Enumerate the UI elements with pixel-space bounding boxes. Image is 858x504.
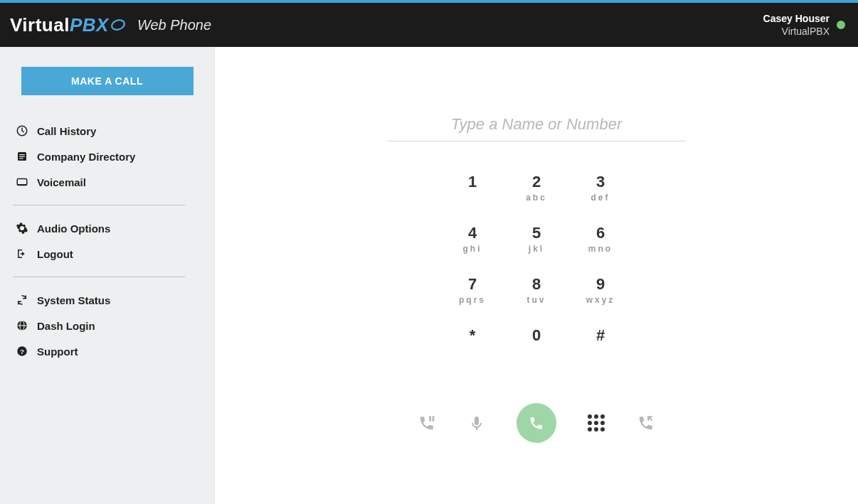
user-name: Casey Houser	[763, 12, 830, 25]
sidebar-item-voicemail[interactable]: Voicemail	[13, 169, 201, 195]
svg-point-0	[110, 18, 126, 31]
clock-icon	[16, 124, 28, 137]
svg-rect-7	[17, 184, 27, 186]
svg-rect-14	[433, 416, 435, 422]
voicemail-icon	[16, 176, 28, 188]
key-5[interactable]: 5jkl	[504, 221, 568, 272]
key-hash[interactable]: #	[568, 323, 632, 375]
app-subtitle: Web Phone	[137, 17, 211, 33]
key-letters: def	[591, 193, 610, 203]
logout-icon	[16, 247, 28, 260]
dialpad-toggle-button[interactable]	[586, 413, 606, 433]
list-icon	[16, 150, 28, 163]
key-digit: 4	[468, 224, 477, 242]
logo-swoosh-icon	[110, 17, 126, 33]
key-6[interactable]: 6mno	[568, 221, 632, 272]
key-2[interactable]: 2abc	[504, 170, 568, 221]
sidebar-item-call-history[interactable]: Call History	[13, 118, 201, 144]
sidebar-divider	[13, 205, 185, 205]
svg-rect-5	[19, 158, 23, 159]
presence-indicator-icon[interactable]	[837, 21, 845, 29]
key-digit: 2	[532, 173, 541, 191]
logo-part1: Virtual	[10, 14, 70, 36]
user-company: VirtualPBX	[763, 25, 830, 38]
logo-part2: PBX	[70, 14, 109, 36]
dialpad-icon	[588, 414, 605, 431]
sidebar-item-label: Support	[37, 345, 78, 358]
sidebar-item-label: System Status	[37, 294, 110, 306]
key-digit: #	[596, 326, 605, 345]
sidebar-divider	[13, 277, 185, 277]
refresh-icon	[16, 294, 28, 306]
nav-group-3: System Status Dash Login ? Support	[13, 287, 201, 364]
logo: VirtualPBX	[10, 14, 126, 36]
dial-input[interactable]	[387, 111, 686, 141]
dialer: 1 2abc 3def 4ghi 5jkl 6mno 7pqrs 8tuv 9w…	[387, 111, 686, 443]
key-letters: wxyz	[586, 295, 615, 305]
sidebar-item-dash-login[interactable]: Dash Login	[13, 313, 201, 338]
key-8[interactable]: 8tuv	[504, 272, 568, 323]
hold-button[interactable]	[417, 413, 437, 433]
key-digit: *	[470, 326, 476, 345]
keypad: 1 2abc 3def 4ghi 5jkl 6mno 7pqrs 8tuv 9w…	[440, 170, 632, 375]
nav-group-1: Call History Company Directory Voicemail	[13, 118, 201, 195]
gear-icon	[16, 222, 28, 235]
globe-icon	[16, 319, 28, 332]
svg-rect-3	[19, 154, 25, 155]
key-4[interactable]: 4ghi	[440, 221, 504, 272]
sidebar: MAKE A CALL Call History Company Directo…	[0, 47, 215, 504]
svg-text:?: ?	[20, 348, 24, 355]
app-body: MAKE A CALL Call History Company Directo…	[0, 47, 858, 504]
call-controls	[417, 403, 656, 443]
sidebar-item-company-directory[interactable]: Company Directory	[13, 144, 201, 169]
nav-group-2: Audio Options Logout	[13, 215, 201, 267]
key-digit: 3	[596, 173, 605, 191]
key-digit: 1	[468, 173, 477, 191]
sidebar-item-logout[interactable]: Logout	[13, 241, 201, 267]
key-1[interactable]: 1	[440, 170, 504, 221]
phone-icon	[528, 414, 545, 431]
key-letters: pqrs	[459, 295, 486, 305]
main-content: 1 2abc 3def 4ghi 5jkl 6mno 7pqrs 8tuv 9w…	[215, 47, 858, 504]
mic-icon	[468, 414, 485, 431]
key-3[interactable]: 3def	[568, 170, 632, 221]
key-digit: 7	[468, 275, 477, 294]
user-block[interactable]: Casey Houser VirtualPBX	[763, 12, 830, 38]
key-0[interactable]: 0	[504, 323, 568, 375]
make-a-call-button[interactable]: MAKE A CALL	[21, 67, 194, 95]
sidebar-item-label: Audio Options	[37, 222, 110, 235]
key-letters: abc	[526, 193, 547, 203]
transfer-button[interactable]	[636, 413, 656, 433]
key-7[interactable]: 7pqrs	[440, 272, 504, 323]
call-button[interactable]	[517, 403, 556, 443]
header-right: Casey Houser VirtualPBX	[763, 12, 845, 38]
key-digit: 6	[596, 224, 605, 242]
sidebar-item-system-status[interactable]: System Status	[13, 287, 201, 313]
sidebar-item-label: Company Directory	[37, 151, 135, 163]
sidebar-item-audio-options[interactable]: Audio Options	[13, 215, 201, 241]
key-digit: 9	[596, 275, 605, 294]
app-header: VirtualPBX Web Phone Casey Houser Virtua…	[0, 3, 858, 47]
sidebar-item-label: Dash Login	[37, 320, 95, 332]
sidebar-item-label: Logout	[37, 248, 73, 260]
sidebar-item-support[interactable]: ? Support	[13, 338, 201, 364]
key-9[interactable]: 9wxyz	[568, 272, 632, 323]
transfer-icon	[637, 414, 655, 432]
svg-rect-13	[429, 416, 431, 422]
header-left: VirtualPBX Web Phone	[10, 14, 211, 36]
key-letters: mno	[588, 244, 613, 254]
sidebar-item-label: Voicemail	[37, 176, 86, 188]
key-letters: ghi	[463, 244, 482, 254]
key-digit: 0	[532, 326, 541, 345]
key-star[interactable]: *	[440, 323, 504, 375]
key-digit: 8	[532, 275, 541, 294]
svg-rect-4	[19, 156, 25, 157]
mute-button[interactable]	[467, 413, 487, 433]
key-digit: 5	[532, 224, 541, 242]
help-icon: ?	[16, 345, 28, 358]
key-letters: jkl	[529, 244, 544, 254]
hold-icon	[418, 414, 436, 432]
key-letters: tuv	[527, 295, 546, 305]
sidebar-item-label: Call History	[37, 125, 96, 137]
